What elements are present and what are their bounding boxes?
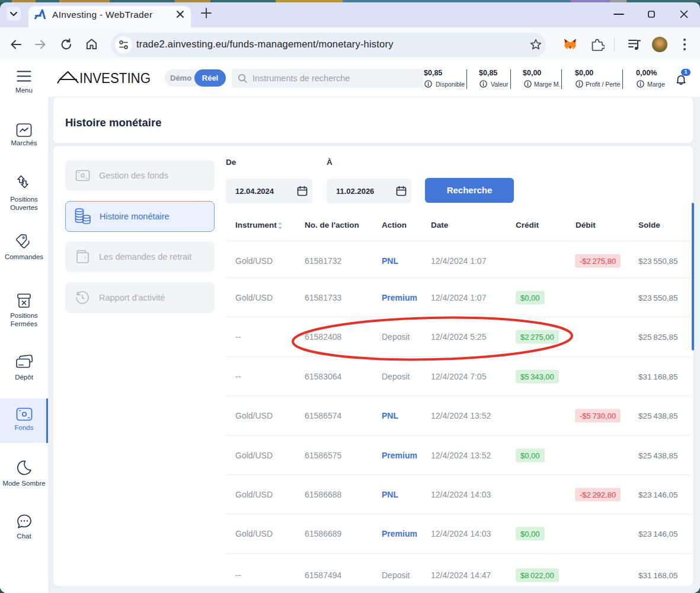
svg-text:INVESTING: INVESTING <box>79 71 151 86</box>
